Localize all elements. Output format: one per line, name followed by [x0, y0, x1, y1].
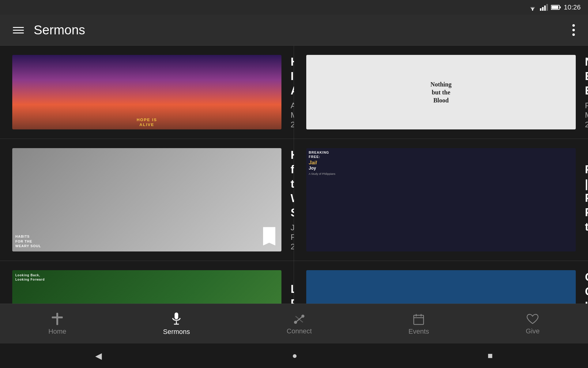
svg-rect-15 [56, 313, 58, 325]
sermon-title-nothing-but-the-blood: Nothing But The Blood [585, 55, 588, 98]
connect-icon [293, 312, 305, 325]
home-button[interactable]: ● [280, 346, 310, 366]
svg-rect-6 [542, 7, 544, 11]
sermon-thumbnail-o-come-let-us-adore-him: O COME LET USADORE HIM ⌂ [306, 270, 576, 304]
svg-rect-24 [414, 315, 424, 324]
nav-item-home[interactable]: Home [36, 307, 79, 340]
nav-item-sermons[interactable]: Sermons [151, 307, 202, 340]
thumb-hope-text: HOPE ISALIVE [137, 117, 157, 127]
nav-label-connect: Connect [287, 327, 312, 335]
heart-icon [526, 312, 539, 325]
sermon-item-nothing-but-the-blood[interactable]: Nothingbut theBlood Nothing But The Bloo… [294, 46, 588, 139]
status-time: 10:26 [564, 3, 581, 11]
nav-label-give: Give [526, 327, 540, 335]
more-options-button[interactable] [568, 20, 579, 40]
nav-label-events: Events [409, 328, 429, 335]
page-title: Sermons [34, 23, 568, 37]
svg-rect-17 [175, 312, 178, 319]
battery-icon [551, 5, 561, 10]
sermon-item-hope-is-alive[interactable]: HOPE ISALIVE Hope Is Alive April - May 2… [0, 46, 294, 139]
sermon-item-breaking-free[interactable]: BREAKINGFREE: Jail Joy A Study of Philip… [294, 139, 588, 261]
thumb-breaking-joy: Joy [309, 166, 316, 171]
thumb-habits-text: HABITSFOR THEWEARY SOUL [15, 234, 41, 248]
sermon-thumbnail-habits-for-the-weary-soul: HABITSFOR THEWEARY SOUL [12, 148, 281, 251]
signal-icon [540, 4, 548, 11]
bottom-nav: Home Sermons Connect [0, 304, 588, 343]
svg-rect-16 [52, 316, 63, 318]
nav-label-home: Home [48, 328, 66, 335]
recent-button[interactable]: ■ [475, 346, 505, 366]
sermon-title-breaking-free: Philippians | Breaking Free | From Jail … [585, 163, 588, 234]
hamburger-icon [13, 27, 24, 33]
svg-rect-8 [546, 4, 548, 11]
app-bar: Sermons [0, 15, 588, 45]
svg-point-14 [572, 33, 575, 36]
calendar-icon [413, 312, 424, 325]
thumb-breaking-header: BREAKINGFREE: [309, 151, 329, 159]
svg-point-13 [572, 29, 575, 31]
thumb-breaking-sub: A Study of Philippians [309, 172, 335, 175]
nav-label-sermons: Sermons [163, 328, 190, 336]
svg-rect-7 [544, 6, 546, 11]
system-nav: ◀ ● ■ [0, 343, 588, 368]
microphone-icon [172, 312, 181, 325]
sermon-thumbnail-nothing-but-the-blood: Nothingbut theBlood [306, 55, 576, 129]
more-icon [572, 24, 575, 36]
sermon-thumbnail-breaking-free: BREAKINGFREE: Jail Joy A Study of Philip… [306, 148, 576, 251]
sermon-date-nothing-but-the-blood: February - March 2021 [585, 101, 588, 129]
sermon-item-habits-for-the-weary-soul[interactable]: HABITSFOR THEWEARY SOUL Habits for the W… [0, 139, 294, 261]
sermon-info-breaking-free: Philippians | Breaking Free | From Jail … [585, 163, 588, 237]
sermon-thumbnail-hope-is-alive: HOPE ISALIVE [12, 55, 281, 129]
svg-point-12 [572, 24, 575, 27]
status-bar: 10:26 [0, 0, 588, 15]
svg-point-22 [301, 315, 304, 318]
sermon-info-o-come-let-us-adore-him: O Come Let Us Adore Him November & Decem… [585, 270, 588, 304]
nav-item-events[interactable]: Events [396, 307, 441, 340]
menu-button[interactable] [9, 23, 28, 37]
thumb-breaking-jail: Jail [309, 160, 317, 166]
status-icons: 10:26 [528, 3, 581, 11]
nav-item-give[interactable]: Give [514, 307, 552, 340]
cross-icon [52, 312, 63, 325]
svg-rect-5 [540, 8, 541, 11]
back-button[interactable]: ◀ [83, 346, 114, 366]
svg-rect-11 [552, 6, 558, 9]
sermon-title-o-come-let-us-adore-him: O Come Let Us Adore Him [585, 270, 588, 304]
thumb-blood-text: Nothingbut theBlood [431, 80, 452, 104]
sermon-grid: HOPE ISALIVE Hope Is Alive April - May 2… [0, 45, 588, 304]
svg-point-4 [532, 10, 533, 11]
sermon-info-nothing-but-the-blood: Nothing But The Blood February - March 2… [585, 55, 588, 129]
svg-point-21 [294, 321, 297, 324]
sermon-item-looking-forward-looking-back[interactable]: Looking Back,Looking Forward Looking For… [0, 261, 294, 304]
thumb-looking-text: Looking Back,Looking Forward [15, 273, 45, 282]
wifi-icon [528, 4, 537, 11]
sermon-item-o-come-let-us-adore-him[interactable]: O COME LET USADORE HIM ⌂ O Come Let Us A… [294, 261, 588, 304]
svg-rect-10 [560, 6, 561, 8]
sermon-thumbnail-looking-forward-looking-back: Looking Back,Looking Forward [12, 270, 281, 304]
nav-item-connect[interactable]: Connect [274, 307, 324, 340]
